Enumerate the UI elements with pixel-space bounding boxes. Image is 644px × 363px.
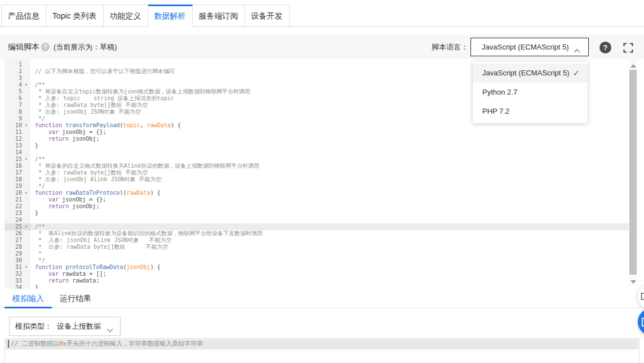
line-number: 7 [5,102,22,109]
gutter-cell: 26 [5,230,30,237]
scroll-down-arrow-icon[interactable] [630,280,636,284]
survey-icon [641,292,644,301]
fold-arrow-icon[interactable]: ▾ [22,82,30,88]
language-option[interactable]: JavaScript (ECMAScript 5)✓ [473,64,588,83]
bottom-tab-运行结果[interactable]: 运行结果 [52,290,99,307]
code-text: var jsonObj = {}; [30,129,106,136]
editor-line-15[interactable]: 15▾/** [5,156,637,163]
code-text: var jsonObj = {}; [30,196,106,203]
line-number: 9 [5,115,22,122]
line-number: 3 [5,75,22,82]
check-icon: ✓ [572,64,580,83]
code-text: function rawDataToProtocol(rawData) { [30,190,161,196]
editor-line-23[interactable]: 23} [5,210,637,217]
editor-line-26[interactable]: 26 * 将Alink协议的数据转换为设备能识别的格式数据，物联网平台给设备下发… [5,230,637,237]
editor-line-32[interactable]: 32 var rawdata = []; [5,271,637,277]
fold-arrow-icon [22,250,30,257]
help-icon[interactable]: ? [599,42,611,53]
editor-line-14[interactable]: 14 [5,149,637,156]
line-number: 33 [5,277,22,284]
code-text: * 入参: rawData byte[]数组 不能为空 [30,102,148,109]
editor-scrollbar-thumb[interactable] [629,70,637,275]
code-text: * [30,250,42,257]
code-text [30,75,35,82]
code-text: * 入参: rawData byte[]数组 不能为空 [30,169,148,176]
fullscreen-icon[interactable] [623,43,633,53]
line-number: 2 [5,68,22,75]
fold-arrow-icon [22,136,30,142]
language-option[interactable]: PHP 7.2 [473,102,588,121]
editor-line-13[interactable]: 13} [5,142,637,149]
editor-line-30[interactable]: 30 */ [5,257,637,264]
fold-arrow-icon [22,68,30,75]
work-order-button[interactable] [638,308,644,335]
editor-line-11[interactable]: 11 var jsonObj = {}; [5,129,637,136]
fold-arrow-icon [22,102,30,109]
line-number: 10 [5,122,22,129]
survey-feedback-button[interactable] [637,284,644,310]
editor-line-17[interactable]: 17 * 入参: rawData byte[]数组 不能为空 [5,169,637,176]
gutter-cell: 13 [5,142,30,149]
tab-服务端订阅[interactable]: 服务端订阅 [193,5,245,27]
editor-line-20[interactable]: 20▾function rawDataToProtocol(rawData) { [5,190,637,196]
script-language-select[interactable]: JavaScript (ECMAScript 5) [470,38,589,56]
input-placeholder-comment: // 二进制数据以0x开头的十六进制输入，字符串数据输入原始字符串 [11,339,203,349]
fold-arrow-icon [22,129,30,136]
editor-line-12[interactable]: 12 return jsonObj; [5,136,637,142]
line-number: 18 [5,176,22,183]
line-number: 19 [5,183,22,190]
tab-Topic 类列表[interactable]: Topic 类列表 [46,5,104,27]
editor-line-19[interactable]: 19 */ [5,183,637,190]
fold-arrow-icon[interactable]: ▾ [22,190,30,196]
language-option[interactable]: Python 2.7 [473,83,588,102]
editor-line-34[interactable]: 34} [5,284,637,289]
script-language-value: JavaScript (ECMAScript 5) [482,38,569,56]
tab-设备开发[interactable]: 设备开发 [245,5,290,27]
fold-arrow-icon [22,217,30,223]
fold-arrow-icon[interactable]: ▾ [22,122,30,129]
editor-line-25[interactable]: 25▾/** [5,223,637,230]
editor-line-28[interactable]: 28 * 出参: rawData byte[]数组 不能为空 [5,244,637,250]
editor-line-24[interactable]: 24 [5,217,637,223]
fold-arrow-icon [22,257,30,264]
fold-arrow-icon [22,210,30,217]
gutter-cell: 5 [5,88,30,95]
line-number: 6 [5,95,22,102]
editor-line-31[interactable]: 31▾function protocolToRawData(jsonObj) { [5,264,637,271]
simulation-tabs: 模拟输入运行结果 [5,290,99,308]
line-number: 25 [5,223,22,230]
code-text: * 出参: rawData byte[]数组 不能为空 [30,244,168,250]
fold-arrow-icon [22,176,30,183]
fold-arrow-icon [22,244,30,250]
simulation-type-select[interactable]: 模拟类型： 设备上报数据 [9,317,121,336]
tab-数据解析[interactable]: 数据解析 [148,5,193,27]
code-text: /** [30,156,45,163]
tab-功能定义[interactable]: 功能定义 [104,5,148,27]
fold-arrow-icon[interactable]: ▾ [22,264,30,271]
fold-arrow-icon[interactable]: ▾ [22,223,30,230]
code-text: } [30,210,38,217]
tab-产品信息[interactable]: 产品信息 [1,5,46,27]
fold-arrow-icon[interactable]: ▾ [22,156,30,163]
scroll-up-arrow-icon[interactable] [630,64,636,68]
gutter-cell: 31▾ [5,264,30,271]
fold-arrow-icon [22,169,30,176]
editor-line-22[interactable]: 22 return jsonObj; [5,203,637,210]
gutter-cell: 30 [5,257,30,264]
gutter-cell: 24 [5,217,30,223]
editor-line-16[interactable]: 16 * 将设备的自定义格式数据转换为Alink协议的数据，设备上报数据到物联网… [5,163,637,169]
line-number: 17 [5,169,22,176]
line-number: 20 [5,190,22,196]
editor-line-18[interactable]: 18 * 出参: jsonObj Alink JSON对象 不能为空 [5,176,637,183]
simulation-input-area[interactable]: // 二进制数据以0x开头的十六进制输入，字符串数据输入原始字符串 [5,338,639,363]
editor-line-21[interactable]: 21 var jsonObj = {}; [5,196,637,203]
line-number: 22 [5,203,22,210]
editor-line-29[interactable]: 29 * [5,250,637,257]
editor-line-33[interactable]: 33 return rawdata; [5,277,637,284]
help-icon-small[interactable]: ? [41,43,50,51]
editor-line-27[interactable]: 27 * 入参: jsonObj Alink JSON对象 不能为空 [5,237,637,244]
language-option-label: PHP 7.2 [482,107,509,115]
draft-status-text: (当前展示为：草稿) [54,35,117,59]
line-number: 24 [5,217,22,223]
bottom-tab-模拟输入[interactable]: 模拟输入 [5,290,52,308]
